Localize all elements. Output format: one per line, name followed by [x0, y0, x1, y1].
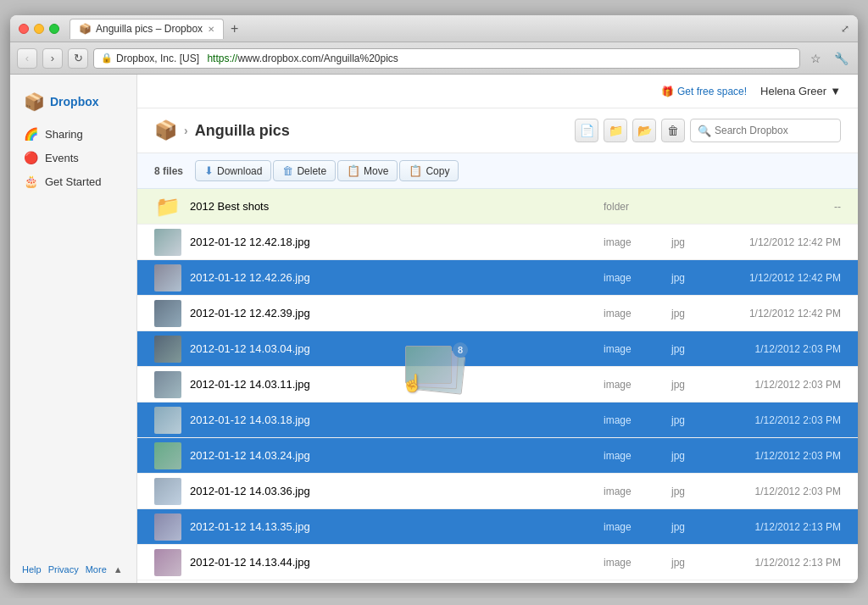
- file-row[interactable]: 2012-01-12 12.42.39.jpgimagejpg1/12/2012…: [137, 296, 858, 331]
- url-ssl-label: Dropbox, Inc. [US]: [116, 53, 199, 64]
- file-row[interactable]: 2012-01-12 14.03.18.jpgimagejpg1/12/2012…: [137, 402, 858, 438]
- get-started-icon: 🎂: [24, 175, 38, 188]
- file-thumbnail: [154, 513, 181, 541]
- file-name: 2012-01-12 14.13.44.jpg: [190, 556, 604, 569]
- tools-button[interactable]: 🔧: [831, 48, 851, 69]
- sharing-icon: 🌈: [24, 127, 38, 141]
- move-label: Move: [364, 165, 388, 177]
- file-ext: jpg: [671, 272, 705, 284]
- breadcrumb-bar: 📦 › Anguilla pics 📄 📁 📂 🗑 🔍: [137, 108, 858, 153]
- file-type: image: [604, 414, 671, 426]
- file-row[interactable]: 2012-01-12 14.03.11.jpgimagejpg1/12/2012…: [137, 367, 858, 402]
- sidebar-item-get-started[interactable]: 🎂 Get Started: [10, 169, 136, 193]
- file-type: image: [604, 272, 671, 284]
- file-ext: jpg: [671, 521, 705, 533]
- file-thumbnail: [154, 371, 181, 398]
- file-name: 2012-01-12 12.42.39.jpg: [190, 307, 604, 319]
- file-type: image: [604, 343, 671, 355]
- sidebar-label-get-started: Get Started: [45, 175, 101, 188]
- copy-button[interactable]: 📋 Copy: [399, 160, 459, 181]
- action-share[interactable]: 📂: [632, 119, 656, 142]
- sidebar-item-events[interactable]: 🔴 Events: [10, 146, 136, 169]
- user-caret-icon: ▼: [830, 85, 841, 97]
- folder-actions: 📄 📁 📂 🗑: [575, 119, 685, 142]
- file-name: 2012-01-12 12.42.18.jpg: [190, 236, 604, 248]
- file-count: 8 files: [154, 165, 183, 177]
- file-thumbnail: [154, 549, 181, 576]
- help-link[interactable]: Help: [22, 564, 42, 574]
- breadcrumb-arrow: ›: [184, 124, 188, 137]
- file-date: 1/12/2012 2:03 PM: [705, 343, 841, 355]
- file-type: image: [604, 379, 671, 391]
- file-date: --: [705, 201, 841, 213]
- free-space-link[interactable]: 🎁 Get free space!: [661, 86, 747, 97]
- file-row[interactable]: 2012-01-12 14.13.44.jpgimagejpg1/12/2012…: [137, 545, 858, 580]
- tab-close-icon[interactable]: ✕: [208, 25, 214, 34]
- url-bar[interactable]: 🔒 Dropbox, Inc. [US] https:// www.dropbo…: [93, 48, 800, 69]
- file-type: folder: [604, 201, 671, 213]
- window-controls: [19, 24, 59, 34]
- title-bar: 📦 Anguilla pics – Dropbox ✕ + ⤢: [10, 15, 858, 42]
- forward-button[interactable]: ›: [42, 48, 63, 69]
- file-row[interactable]: 2012-01-12 12.42.26.jpgimagejpg1/12/2012…: [137, 260, 858, 296]
- refresh-button[interactable]: ↻: [68, 48, 88, 69]
- file-date: 1/12/2012 2:03 PM: [705, 486, 841, 497]
- search-icon: 🔍: [698, 125, 711, 137]
- user-menu[interactable]: Helena Greer ▼: [760, 85, 841, 97]
- footer-arrow: ▲: [114, 564, 123, 574]
- delete-icon: 🗑: [282, 164, 293, 177]
- back-button[interactable]: ‹: [17, 48, 37, 69]
- file-type: image: [604, 236, 671, 248]
- file-date: 1/12/2012 2:13 PM: [705, 521, 841, 533]
- breadcrumb: 📦 › Anguilla pics: [154, 119, 290, 142]
- file-date: 1/12/2012 2:03 PM: [705, 450, 841, 462]
- sidebar-label-events: Events: [45, 152, 79, 164]
- privacy-link[interactable]: Privacy: [48, 564, 79, 574]
- more-link[interactable]: More: [86, 564, 107, 574]
- folder-icon: 📁: [154, 193, 181, 220]
- search-input[interactable]: [715, 125, 833, 136]
- file-type: image: [604, 308, 671, 319]
- move-button[interactable]: 📋 Move: [337, 160, 398, 181]
- maximize-button[interactable]: [49, 24, 59, 34]
- minimize-button[interactable]: [34, 24, 44, 34]
- file-thumbnail: [154, 442, 181, 469]
- sidebar-item-sharing[interactable]: 🌈 Sharing: [10, 122, 136, 146]
- file-ext: jpg: [671, 379, 705, 391]
- action-new-file[interactable]: 📄: [575, 119, 598, 142]
- close-button[interactable]: [19, 24, 29, 34]
- tab-bar: 📦 Anguilla pics – Dropbox ✕ +: [70, 19, 841, 39]
- browser-window: 📦 Anguilla pics – Dropbox ✕ + ⤢ ‹ › ↻ 🔒 …: [10, 15, 858, 583]
- file-row[interactable]: 2012-01-12 14.03.36.jpgimagejpg1/12/2012…: [137, 474, 858, 509]
- file-date: 1/12/2012 2:03 PM: [705, 414, 841, 426]
- action-delete[interactable]: 🗑: [661, 119, 685, 142]
- file-thumbnail: [154, 407, 181, 434]
- ssl-icon: 🔒: [101, 53, 113, 64]
- file-date: 1/12/2012 12:42 PM: [705, 308, 841, 319]
- address-bar: ‹ › ↻ 🔒 Dropbox, Inc. [US] https:// www.…: [10, 42, 858, 75]
- file-rows-container: 2012-01-12 12.42.18.jpgimagejpg1/12/2012…: [137, 225, 858, 580]
- file-ext: jpg: [671, 486, 705, 497]
- search-box[interactable]: 🔍: [690, 119, 841, 142]
- file-ext: jpg: [671, 450, 705, 462]
- sidebar-logo[interactable]: 📦 Dropbox: [10, 88, 136, 122]
- tab-title: Anguilla pics – Dropbox: [96, 23, 203, 35]
- url-separator: [202, 53, 204, 64]
- active-tab[interactable]: 📦 Anguilla pics – Dropbox ✕: [70, 19, 224, 39]
- file-toolbar: 8 files ⬇ Download 🗑 Delete 📋 Move 📋 Cop…: [137, 153, 858, 189]
- download-button[interactable]: ⬇ Download: [195, 160, 271, 181]
- breadcrumb-icon: 📦: [154, 119, 177, 142]
- file-ext: jpg: [671, 308, 705, 319]
- new-tab-button[interactable]: +: [227, 21, 242, 36]
- file-row[interactable]: 📁 2012 Best shots folder --: [137, 189, 858, 225]
- sidebar-footer: Help Privacy More ▲: [10, 564, 136, 574]
- action-new-folder[interactable]: 📁: [604, 119, 627, 142]
- fullscreen-button[interactable]: ⤢: [841, 23, 849, 35]
- delete-button[interactable]: 🗑 Delete: [273, 160, 336, 181]
- file-row[interactable]: 2012-01-12 12.42.18.jpgimagejpg1/12/2012…: [137, 225, 858, 260]
- file-row[interactable]: 2012-01-12 14.13.35.jpgimagejpg1/12/2012…: [137, 509, 858, 545]
- file-row[interactable]: 2012-01-12 14.03.24.jpgimagejpg1/12/2012…: [137, 438, 858, 474]
- bookmark-button[interactable]: ☆: [805, 48, 826, 69]
- url-https: https://: [207, 53, 237, 64]
- file-row[interactable]: 2012-01-12 14.03.04.jpgimagejpg1/12/2012…: [137, 331, 858, 367]
